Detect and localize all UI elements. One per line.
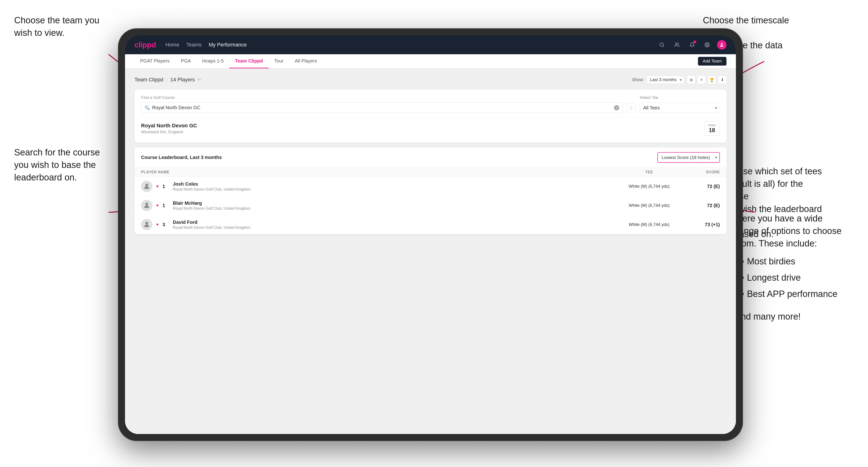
score-cell-2: 72 (E) (682, 203, 720, 208)
time-period-wrapper: Last 3 months (647, 76, 684, 84)
tee-cell-3: White (M) (6,744 yds) (616, 222, 682, 227)
player-rank-3: 3 (162, 222, 169, 227)
player-club-2: Royal North Devon Golf Club, United King… (173, 206, 250, 211)
team-title-group: Team Clippd | 14 Players ✏ (134, 76, 201, 83)
and-more-text: and many more! (736, 310, 844, 323)
score-type-wrapper: Lowest Score (18 holes) ▾ (657, 152, 720, 163)
search-value: Royal North Devon GC (152, 105, 612, 111)
navigation-bar: clippd Home Teams My Performance (125, 35, 736, 54)
svg-point-6 (145, 203, 148, 206)
time-period-select[interactable]: Last 3 months (647, 76, 684, 84)
svg-point-5 (145, 184, 148, 186)
options-list: Most birdies Longest drive Best APP perf… (741, 255, 844, 301)
course-search-field[interactable]: 🔍 Royal North Devon GC × (141, 102, 623, 113)
svg-point-7 (145, 222, 148, 224)
app-logo: clippd (134, 40, 156, 49)
tab-all-players[interactable]: All Players (289, 54, 323, 68)
tab-pgat-players[interactable]: PGAT Players (134, 54, 175, 68)
player-heart-3: ♥ (156, 222, 159, 227)
search-button[interactable] (657, 40, 667, 50)
people-button[interactable] (672, 40, 682, 50)
player-cell-3: ♥ 3 David Ford Royal North Devon Golf Cl… (141, 219, 616, 230)
option-app: Best APP performance (741, 287, 844, 301)
search-section: Find a Golf Course Select Tee 🔍 Royal No… (134, 90, 726, 143)
player-name-2: Blair McHarg (173, 200, 250, 206)
svg-point-3 (706, 44, 708, 45)
table-row: ♥ 1 Josh Coles Royal North Devon Golf Cl… (134, 177, 726, 196)
select-tee-label: Select Tee (640, 95, 720, 100)
player-info-1: Josh Coles Royal North Devon Golf Club, … (173, 181, 250, 191)
holes-label: Holes (708, 123, 716, 127)
player-rank-2: 1 (162, 203, 169, 208)
main-content: Team Clippd | 14 Players ✏ Show: Last 3 … (125, 68, 736, 434)
favorite-button[interactable]: ☆ (626, 103, 636, 113)
player-name-3: David Ford (173, 220, 250, 225)
leaderboard-section: Course Leaderboard, Last 3 months Lowest… (134, 148, 726, 234)
nav-home[interactable]: Home (165, 42, 179, 48)
tee-select-wrapper: All Tees (640, 102, 720, 113)
show-label: Show: (632, 77, 644, 82)
show-controls: Show: Last 3 months ⊞ ≡ 🏆 ⬇ (632, 75, 726, 84)
tab-bar: PGAT Players PGA Hcaps 1-5 Team Clippd T… (125, 54, 736, 68)
grid-view-button[interactable]: ⊞ (687, 75, 695, 84)
score-type-select[interactable]: Lowest Score (18 holes) (657, 152, 720, 163)
edit-icon[interactable]: ✏ (198, 77, 201, 82)
user-avatar[interactable] (717, 40, 726, 50)
option-birdies: Most birdies (741, 255, 844, 269)
list-view-button[interactable]: ≡ (697, 75, 706, 84)
leaderboard-title: Course Leaderboard, Last 3 months (141, 155, 222, 160)
tab-tour[interactable]: Tour (269, 54, 289, 68)
svg-point-1 (660, 43, 663, 46)
player-avatar-3 (141, 219, 152, 230)
table-row: ♥ 3 David Ford Royal North Devon Golf Cl… (134, 215, 726, 234)
player-cell-1: ♥ 1 Josh Coles Royal North Devon Golf Cl… (141, 181, 616, 192)
nav-icon-group (657, 40, 726, 50)
annotation-top-left: Choose the team you wish to view. (14, 14, 104, 39)
tab-hcaps[interactable]: Hcaps 1-5 (196, 54, 229, 68)
player-rank-1: 1 (162, 184, 169, 189)
ipad-screen: clippd Home Teams My Performance (125, 35, 736, 434)
score-cell-3: 73 (+1) (682, 222, 720, 227)
course-details: Royal North Devon GC Westward Ho!, Engla… (141, 123, 197, 134)
holes-badge: Holes 18 (704, 121, 720, 135)
player-info-2: Blair McHarg Royal North Devon Golf Club… (173, 200, 250, 211)
player-club-3: Royal North Devon Golf Club, United King… (173, 225, 250, 230)
add-team-button[interactable]: Add Team (698, 57, 726, 66)
nav-my-performance[interactable]: My Performance (209, 42, 247, 48)
tee-cell-1: White (M) (6,744 yds) (616, 184, 682, 189)
ipad-device: clippd Home Teams My Performance (118, 28, 743, 441)
trophy-button[interactable]: 🏆 (708, 75, 716, 84)
player-heart-1: ♥ (156, 184, 159, 189)
player-club-1: Royal North Devon Golf Club, United King… (173, 187, 250, 191)
player-name-1: Josh Coles (173, 181, 250, 187)
tab-pga[interactable]: PGA (175, 54, 196, 68)
player-avatar-1 (141, 181, 152, 192)
settings-button[interactable] (702, 40, 712, 50)
col-header-tee: TEE (616, 170, 682, 174)
annotation-bottom-right: Here you have a wide range of options to… (736, 212, 844, 323)
leaderboard-table: PLAYER NAME TEE SCORE ♥ 1 (134, 168, 726, 234)
search-clear-button[interactable]: × (614, 105, 619, 111)
search-labels: Find a Golf Course Select Tee (141, 95, 720, 100)
tab-list: PGAT Players PGA Hcaps 1-5 Team Clippd T… (134, 54, 323, 68)
nav-teams[interactable]: Teams (186, 42, 202, 48)
find-course-label: Find a Golf Course (141, 95, 635, 100)
player-count: 14 Players (170, 76, 195, 83)
svg-point-2 (676, 43, 677, 44)
leaderboard-header: Course Leaderboard, Last 3 months Lowest… (134, 148, 726, 168)
search-icon: 🔍 (145, 105, 150, 111)
course-name: Royal North Devon GC (141, 123, 197, 129)
notification-badge (693, 40, 696, 43)
tee-cell-2: White (M) (6,744 yds) (616, 203, 682, 208)
player-heart-2: ♥ (156, 203, 159, 208)
download-button[interactable]: ⬇ (718, 75, 726, 84)
annotation-mid-left: Search for the course you wish to base t… (14, 146, 108, 184)
tee-select[interactable]: All Tees (640, 102, 720, 113)
team-header: Team Clippd | 14 Players ✏ Show: Last 3 … (134, 75, 726, 84)
tab-team-clippd[interactable]: Team Clippd (229, 54, 269, 68)
team-name: Team Clippd (134, 76, 163, 83)
col-header-score: SCORE (682, 170, 720, 174)
col-header-player: PLAYER NAME (141, 170, 616, 174)
notifications-button[interactable] (687, 40, 697, 50)
player-info-3: David Ford Royal North Devon Golf Club, … (173, 220, 250, 230)
